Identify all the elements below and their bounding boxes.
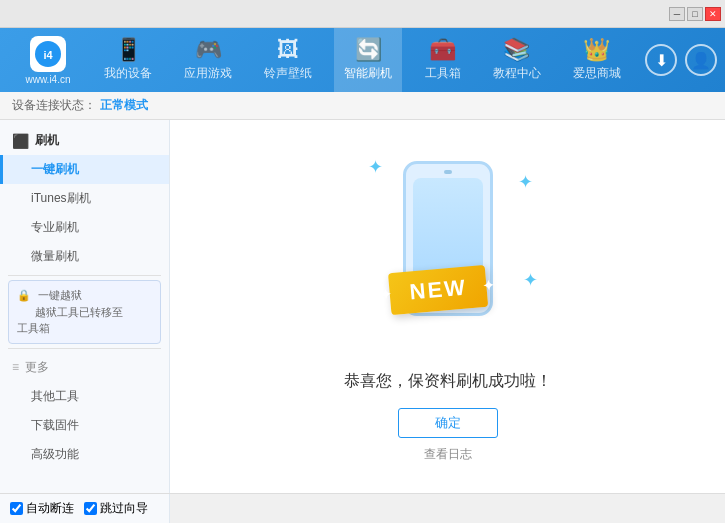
- apps-icon: 🎮: [195, 39, 222, 61]
- sparkle-2: ✦: [518, 171, 533, 193]
- nav-wallpaper-label: 铃声壁纸: [264, 65, 312, 82]
- skip-wizard-checkbox[interactable]: 跳过向导: [84, 500, 148, 517]
- phone-camera: [444, 170, 452, 174]
- view-log-link[interactable]: 查看日志: [424, 446, 472, 463]
- sparkle-3: ✦: [523, 269, 538, 291]
- lock-icon: 🔒: [17, 289, 31, 301]
- restore-button[interactable]: □: [687, 7, 703, 21]
- nav-tutorial[interactable]: 📚 教程中心: [483, 28, 551, 92]
- vip-mall-icon: 👑: [583, 39, 610, 61]
- svg-text:i4: i4: [43, 49, 53, 61]
- status-value: 正常模式: [100, 97, 148, 114]
- nav-apps-games[interactable]: 🎮 应用游戏: [174, 28, 242, 92]
- nav-right-buttons: ⬇ 👤: [645, 44, 717, 76]
- nav-vip-mall[interactable]: 👑 爱思商城: [563, 28, 631, 92]
- nav-tutorial-label: 教程中心: [493, 65, 541, 82]
- user-button[interactable]: 👤: [685, 44, 717, 76]
- logo-text: www.i4.cn: [25, 74, 70, 85]
- close-button[interactable]: ✕: [705, 7, 721, 21]
- content-area: ✦ ✦ ✦ NEW 恭喜您，保资料刷机成功啦！ 确定 查看日志: [170, 120, 725, 493]
- sidebar-item-advanced[interactable]: 高级功能: [0, 440, 169, 469]
- flash-section-label: 刷机: [35, 132, 59, 149]
- sidebar-section-flash: ⬛ 刷机: [0, 126, 169, 155]
- more-section-label: 更多: [25, 359, 49, 376]
- jailbreak-title: 一键越狱: [38, 289, 82, 301]
- bottom-area: 自动断连 跳过向导 📱 iPhone 12 mini 64GB Down-12m…: [0, 493, 725, 523]
- sparkle-1: ✦: [368, 156, 383, 178]
- sidebar-item-download-fw[interactable]: 下载固件: [0, 411, 169, 440]
- nav-my-device-label: 我的设备: [104, 65, 152, 82]
- new-badge: NEW: [387, 264, 488, 314]
- main-area: ⬛ 刷机 一键刷机 iTunes刷机 专业刷机 微量刷机 🔒 一键越狱 越狱工具…: [0, 120, 725, 493]
- confirm-button[interactable]: 确定: [398, 408, 498, 438]
- nav-toolbox[interactable]: 🧰 工具箱: [415, 28, 471, 92]
- skip-wizard-label: 跳过向导: [100, 500, 148, 517]
- sidebar-item-itunes-flash[interactable]: iTunes刷机: [0, 184, 169, 213]
- nav-wallpaper[interactable]: 🖼 铃声壁纸: [254, 28, 322, 92]
- minimize-button[interactable]: ─: [669, 7, 685, 21]
- logo: i4 www.i4.cn: [8, 36, 88, 85]
- status-bar: 设备连接状态： 正常模式: [0, 92, 725, 120]
- auto-close-label: 自动断连: [26, 500, 74, 517]
- window-controls[interactable]: ─ □ ✕: [669, 7, 721, 21]
- nav-smart-flash-label: 智能刷机: [344, 65, 392, 82]
- sidebar-more-section: ≡ 更多: [0, 353, 169, 382]
- nav-bar: 📱 我的设备 🎮 应用游戏 🖼 铃声壁纸 🔄 智能刷机 🧰 工具箱 📚 教程中心…: [88, 28, 637, 92]
- sidebar-item-pro-flash[interactable]: 专业刷机: [0, 213, 169, 242]
- sidebar: ⬛ 刷机 一键刷机 iTunes刷机 专业刷机 微量刷机 🔒 一键越狱 越狱工具…: [0, 120, 170, 493]
- nav-apps-label: 应用游戏: [184, 65, 232, 82]
- logo-icon: i4: [30, 36, 66, 72]
- sidebar-jailbreak-notice: 🔒 一键越狱 越狱工具已转移至工具箱: [8, 280, 161, 344]
- download-button[interactable]: ⬇: [645, 44, 677, 76]
- bottom-sidebar: 自动断连 跳过向导 📱 iPhone 12 mini 64GB Down-12m…: [0, 494, 170, 523]
- title-bar: ─ □ ✕: [0, 0, 725, 28]
- tutorial-icon: 📚: [503, 39, 530, 61]
- sidebar-divider-1: [8, 275, 161, 276]
- my-device-icon: 📱: [115, 39, 142, 61]
- jailbreak-notice-text: 越狱工具已转移至工具箱: [17, 306, 123, 335]
- nav-vip-label: 爱思商城: [573, 65, 621, 82]
- smart-flash-icon: 🔄: [355, 39, 382, 61]
- nav-smart-flash[interactable]: 🔄 智能刷机: [334, 28, 402, 92]
- header: i4 www.i4.cn 📱 我的设备 🎮 应用游戏 🖼 铃声壁纸 🔄 智能刷机…: [0, 28, 725, 92]
- bottom-status-bar: ⬛ 阻止iTunes运行 V7.98.66 客服 微信公众号 检查更新: [170, 494, 725, 523]
- nav-toolbox-label: 工具箱: [425, 65, 461, 82]
- sidebar-item-micro-flash[interactable]: 微量刷机: [0, 242, 169, 271]
- status-label: 设备连接状态：: [12, 97, 96, 114]
- logo-svg: i4: [34, 40, 62, 68]
- success-illustration: ✦ ✦ ✦ NEW: [348, 151, 548, 351]
- sidebar-divider-2: [8, 348, 161, 349]
- sidebar-item-one-click-flash[interactable]: 一键刷机: [0, 155, 169, 184]
- bottom-checkboxes: 自动断连 跳过向导: [10, 500, 159, 517]
- more-icon: ≡: [12, 360, 19, 374]
- sidebar-item-other-tools[interactable]: 其他工具: [0, 382, 169, 411]
- toolbox-icon: 🧰: [429, 39, 456, 61]
- auto-close-checkbox[interactable]: 自动断连: [10, 500, 74, 517]
- wallpaper-icon: 🖼: [277, 39, 299, 61]
- success-message: 恭喜您，保资料刷机成功啦！: [344, 371, 552, 392]
- skip-wizard-input[interactable]: [84, 502, 97, 515]
- flash-section-icon: ⬛: [12, 133, 29, 149]
- auto-close-input[interactable]: [10, 502, 23, 515]
- nav-my-device[interactable]: 📱 我的设备: [94, 28, 162, 92]
